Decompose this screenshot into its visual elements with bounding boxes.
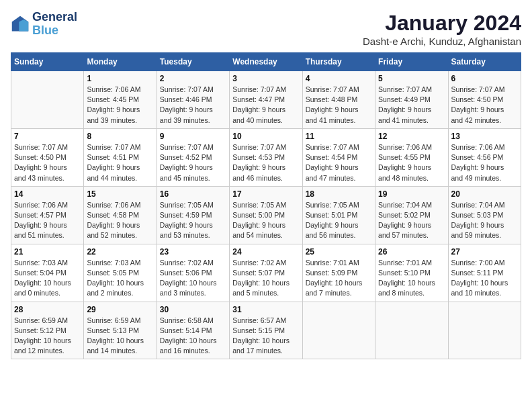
calendar-cell: 19Sunrise: 7:04 AMSunset: 5:02 PMDayligh… (375, 186, 448, 244)
day-number: 7 (14, 132, 81, 141)
week-row-3: 14Sunrise: 7:06 AMSunset: 4:57 PMDayligh… (11, 186, 521, 244)
day-info: Sunrise: 6:58 AMSunset: 5:14 PMDaylight:… (160, 316, 226, 357)
day-info: Sunrise: 6:57 AMSunset: 5:15 PMDaylight:… (232, 316, 299, 357)
calendar-cell (448, 302, 521, 359)
day-number: 11 (306, 132, 372, 141)
day-number: 24 (232, 247, 299, 257)
day-info: Sunrise: 6:59 AMSunset: 5:12 PMDaylight:… (14, 316, 81, 357)
main-title: January 2024 (363, 11, 521, 36)
day-number: 14 (14, 189, 81, 199)
calendar-cell: 21Sunrise: 7:03 AMSunset: 5:04 PMDayligh… (11, 244, 84, 302)
calendar-cell: 8Sunrise: 7:07 AMSunset: 4:51 PMDaylight… (84, 128, 157, 186)
day-number: 15 (87, 189, 153, 199)
day-info: Sunrise: 7:05 AMSunset: 4:59 PMDaylight:… (160, 200, 226, 241)
calendar-cell: 10Sunrise: 7:07 AMSunset: 4:53 PMDayligh… (230, 128, 302, 186)
logo: General Blue (11, 11, 77, 38)
calendar-cell: 5Sunrise: 7:07 AMSunset: 4:49 PMDaylight… (375, 71, 448, 129)
subtitle: Dasht-e Archi, Kunduz, Afghanistan (363, 36, 521, 47)
day-number: 16 (160, 189, 226, 199)
calendar-cell: 30Sunrise: 6:58 AMSunset: 5:14 PMDayligh… (157, 302, 229, 359)
day-number: 22 (87, 247, 153, 257)
day-info: Sunrise: 7:07 AMSunset: 4:50 PMDaylight:… (14, 142, 81, 183)
calendar-table: SundayMondayTuesdayWednesdayThursdayFrid… (11, 52, 521, 359)
day-info: Sunrise: 7:07 AMSunset: 4:54 PMDaylight:… (306, 142, 372, 183)
day-number: 10 (232, 132, 299, 141)
calendar-cell: 24Sunrise: 7:02 AMSunset: 5:07 PMDayligh… (230, 244, 302, 302)
col-header-friday: Friday (375, 53, 448, 71)
day-info: Sunrise: 7:03 AMSunset: 5:05 PMDaylight:… (87, 258, 153, 299)
logo-text: General Blue (32, 11, 77, 38)
day-info: Sunrise: 7:06 AMSunset: 4:45 PMDaylight:… (87, 85, 153, 126)
page-header: General Blue January 2024 Dasht-e Archi,… (11, 11, 521, 47)
week-row-4: 21Sunrise: 7:03 AMSunset: 5:04 PMDayligh… (11, 244, 521, 302)
calendar-cell: 25Sunrise: 7:01 AMSunset: 5:09 PMDayligh… (302, 244, 375, 302)
day-info: Sunrise: 7:07 AMSunset: 4:46 PMDaylight:… (160, 85, 226, 126)
title-area: January 2024 Dasht-e Archi, Kunduz, Afgh… (363, 11, 521, 47)
day-info: Sunrise: 7:01 AMSunset: 5:09 PMDaylight:… (306, 258, 372, 299)
day-number: 26 (378, 247, 445, 257)
col-header-saturday: Saturday (448, 53, 521, 71)
day-number: 27 (451, 247, 518, 257)
calendar-cell: 18Sunrise: 7:05 AMSunset: 5:01 PMDayligh… (302, 186, 375, 244)
day-info: Sunrise: 7:07 AMSunset: 4:49 PMDaylight:… (378, 85, 445, 126)
calendar-cell: 16Sunrise: 7:05 AMSunset: 4:59 PMDayligh… (157, 186, 229, 244)
col-header-wednesday: Wednesday (230, 53, 302, 71)
calendar-cell: 28Sunrise: 6:59 AMSunset: 5:12 PMDayligh… (11, 302, 84, 359)
day-number: 18 (306, 189, 372, 199)
calendar-cell: 14Sunrise: 7:06 AMSunset: 4:57 PMDayligh… (11, 186, 84, 244)
day-info: Sunrise: 7:06 AMSunset: 4:58 PMDaylight:… (87, 200, 153, 241)
day-info: Sunrise: 7:05 AMSunset: 5:01 PMDaylight:… (306, 200, 372, 241)
calendar-cell: 31Sunrise: 6:57 AMSunset: 5:15 PMDayligh… (230, 302, 302, 359)
calendar-cell: 7Sunrise: 7:07 AMSunset: 4:50 PMDaylight… (11, 128, 84, 186)
day-number: 5 (378, 74, 445, 83)
day-number: 30 (160, 305, 226, 314)
calendar-cell (375, 302, 448, 359)
day-number: 28 (14, 305, 81, 314)
day-info: Sunrise: 7:02 AMSunset: 5:07 PMDaylight:… (232, 258, 299, 299)
day-number: 19 (378, 189, 445, 199)
day-info: Sunrise: 7:04 AMSunset: 5:02 PMDaylight:… (378, 200, 445, 241)
day-number: 23 (160, 247, 226, 257)
week-row-5: 28Sunrise: 6:59 AMSunset: 5:12 PMDayligh… (11, 302, 521, 359)
day-number: 4 (306, 74, 372, 83)
calendar-cell: 23Sunrise: 7:02 AMSunset: 5:06 PMDayligh… (157, 244, 229, 302)
day-number: 2 (160, 74, 226, 83)
day-number: 21 (14, 247, 81, 257)
day-number: 8 (87, 132, 153, 141)
calendar-cell: 4Sunrise: 7:07 AMSunset: 4:48 PMDaylight… (302, 71, 375, 129)
col-header-tuesday: Tuesday (157, 53, 229, 71)
day-number: 29 (87, 305, 153, 314)
calendar-cell: 17Sunrise: 7:05 AMSunset: 5:00 PMDayligh… (230, 186, 302, 244)
day-number: 12 (378, 132, 445, 141)
col-header-thursday: Thursday (302, 53, 375, 71)
day-number: 31 (232, 305, 299, 314)
day-number: 20 (451, 189, 518, 199)
calendar-cell: 26Sunrise: 7:01 AMSunset: 5:10 PMDayligh… (375, 244, 448, 302)
day-info: Sunrise: 7:01 AMSunset: 5:10 PMDaylight:… (378, 258, 445, 299)
calendar-cell: 29Sunrise: 6:59 AMSunset: 5:13 PMDayligh… (84, 302, 157, 359)
calendar-cell: 20Sunrise: 7:04 AMSunset: 5:03 PMDayligh… (448, 186, 521, 244)
calendar-cell: 27Sunrise: 7:00 AMSunset: 5:11 PMDayligh… (448, 244, 521, 302)
col-header-sunday: Sunday (11, 53, 84, 71)
calendar-cell: 3Sunrise: 7:07 AMSunset: 4:47 PMDaylight… (230, 71, 302, 129)
calendar-cell: 22Sunrise: 7:03 AMSunset: 5:05 PMDayligh… (84, 244, 157, 302)
calendar-cell: 15Sunrise: 7:06 AMSunset: 4:58 PMDayligh… (84, 186, 157, 244)
day-info: Sunrise: 7:06 AMSunset: 4:55 PMDaylight:… (378, 142, 445, 183)
week-row-1: 1Sunrise: 7:06 AMSunset: 4:45 PMDaylight… (11, 71, 521, 129)
day-info: Sunrise: 7:07 AMSunset: 4:53 PMDaylight:… (232, 142, 299, 183)
day-info: Sunrise: 7:05 AMSunset: 5:00 PMDaylight:… (232, 200, 299, 241)
logo-icon (11, 15, 30, 34)
calendar-cell: 11Sunrise: 7:07 AMSunset: 4:54 PMDayligh… (302, 128, 375, 186)
day-info: Sunrise: 7:06 AMSunset: 4:56 PMDaylight:… (451, 142, 518, 183)
day-info: Sunrise: 6:59 AMSunset: 5:13 PMDaylight:… (87, 316, 153, 357)
day-number: 13 (451, 132, 518, 141)
calendar-cell: 6Sunrise: 7:07 AMSunset: 4:50 PMDaylight… (448, 71, 521, 129)
svg-marker-1 (19, 19, 28, 32)
day-info: Sunrise: 7:06 AMSunset: 4:57 PMDaylight:… (14, 200, 81, 241)
col-header-monday: Monday (84, 53, 157, 71)
calendar-cell: 13Sunrise: 7:06 AMSunset: 4:56 PMDayligh… (448, 128, 521, 186)
day-number: 25 (306, 247, 372, 257)
day-info: Sunrise: 7:07 AMSunset: 4:48 PMDaylight:… (306, 85, 372, 126)
day-info: Sunrise: 7:02 AMSunset: 5:06 PMDaylight:… (160, 258, 226, 299)
day-info: Sunrise: 7:07 AMSunset: 4:51 PMDaylight:… (87, 142, 153, 183)
